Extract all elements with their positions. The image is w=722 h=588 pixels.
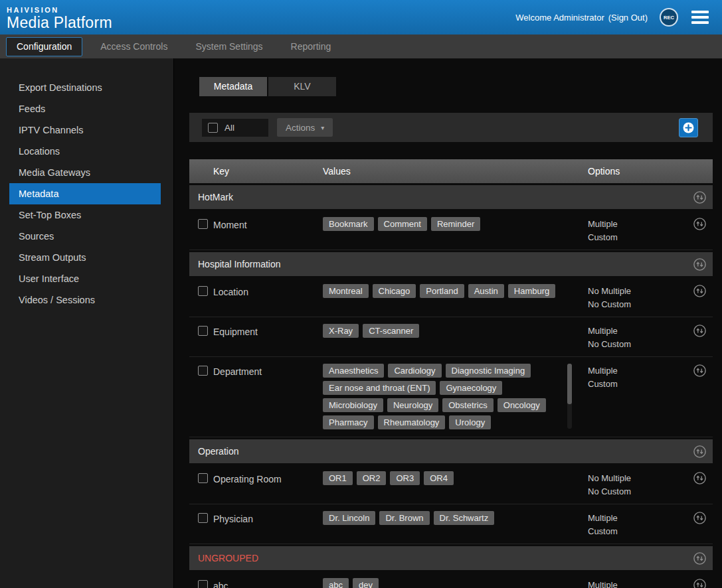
group-header-operation: Operation bbox=[189, 439, 713, 463]
row-checkbox[interactable] bbox=[198, 473, 208, 483]
nav-tabs: ConfigurationAccess ControlsSystem Setti… bbox=[0, 35, 345, 58]
value-tag: Pharmacy bbox=[323, 415, 374, 429]
sidebar-item-iptv-channels[interactable]: IPTV Channels bbox=[9, 119, 161, 141]
row-key-label: Location bbox=[213, 283, 319, 297]
add-metadata-button[interactable] bbox=[679, 118, 698, 137]
row-key-label: Operating Room bbox=[213, 470, 319, 484]
metadata-row-department[interactable]: DepartmentAnaestheticsCardiologyDiagnost… bbox=[189, 357, 713, 437]
row-options: MultipleNo Custom bbox=[579, 323, 686, 351]
sign-out-link[interactable]: (Sign Out) bbox=[608, 13, 648, 23]
sidebar: Export DestinationsFeedsIPTV ChannelsLoc… bbox=[0, 58, 174, 588]
option-label: Custom bbox=[588, 378, 686, 391]
option-label: No Custom bbox=[588, 338, 686, 351]
actions-button[interactable]: Actions ▾ bbox=[277, 118, 333, 137]
metadata-table: Key Values Options HotMarkMomentBookmark… bbox=[189, 159, 713, 588]
metadata-row-operating-room[interactable]: Operating RoomOR1OR2OR3OR4No MultipleNo … bbox=[189, 465, 713, 504]
sidebar-item-locations[interactable]: Locations bbox=[9, 141, 161, 162]
import-export-icon[interactable] bbox=[686, 551, 713, 565]
metadata-row-location[interactable]: LocationMontrealChicagoPortlandAustinHam… bbox=[189, 277, 713, 317]
tab-metadata[interactable]: Metadata bbox=[199, 77, 267, 96]
row-checkbox[interactable] bbox=[198, 580, 208, 588]
value-tag: Gynaecology bbox=[440, 381, 502, 395]
import-export-icon[interactable] bbox=[686, 470, 713, 485]
app-header: HAIVISION Media Platform Welcome Adminis… bbox=[0, 0, 722, 35]
row-checkbox[interactable] bbox=[198, 326, 208, 336]
value-tag: Chicago bbox=[373, 284, 416, 298]
import-export-icon[interactable] bbox=[686, 362, 713, 378]
value-tag: Hamburg bbox=[508, 284, 555, 298]
import-export-icon[interactable] bbox=[686, 190, 713, 204]
sidebar-item-metadata[interactable]: Metadata bbox=[9, 183, 161, 204]
row-key-label: abc bbox=[213, 577, 319, 588]
value-tag: Cardiology bbox=[388, 364, 441, 378]
row-checkbox[interactable] bbox=[198, 286, 208, 296]
sidebar-item-videos-sessions[interactable]: Videos / Sessions bbox=[9, 289, 161, 311]
import-export-icon[interactable] bbox=[686, 510, 713, 525]
value-tag: Reminder bbox=[431, 217, 480, 231]
import-export-icon[interactable] bbox=[686, 323, 713, 338]
nav-tab-configuration[interactable]: Configuration bbox=[6, 37, 82, 56]
value-tag: X-Ray bbox=[323, 324, 359, 338]
option-label: Custom bbox=[588, 525, 686, 538]
value-tag: OR4 bbox=[424, 471, 454, 485]
rec-indicator[interactable]: REC bbox=[660, 8, 678, 27]
caret-down-icon: ▾ bbox=[321, 124, 324, 131]
metadata-row-moment[interactable]: MomentBookmarkCommentReminderMultipleCus… bbox=[189, 210, 713, 250]
import-export-icon[interactable] bbox=[686, 216, 713, 231]
import-export-icon[interactable] bbox=[686, 257, 713, 271]
sidebar-item-sources[interactable]: Sources bbox=[9, 226, 161, 247]
row-values: X-RayCT-scanner bbox=[319, 323, 579, 340]
metadata-row-abc[interactable]: abcabcdevMultipleNo Custom bbox=[189, 571, 713, 588]
group-title: UNGROUPED bbox=[189, 553, 686, 563]
row-values: OR1OR2OR3OR4 bbox=[319, 470, 579, 487]
hamburger-menu-icon[interactable] bbox=[690, 8, 710, 27]
value-tag: Dr. Schwartz bbox=[434, 511, 495, 525]
nav-tab-reporting[interactable]: Reporting bbox=[277, 35, 345, 58]
group-header-ungrouped: UNGROUPED bbox=[189, 546, 713, 570]
row-key-label: Physician bbox=[213, 510, 319, 524]
group-title: Operation bbox=[189, 446, 686, 457]
row-options: MultipleNo Custom bbox=[579, 577, 686, 588]
sidebar-item-export-destinations[interactable]: Export Destinations bbox=[9, 77, 161, 98]
sidebar-item-feeds[interactable]: Feeds bbox=[9, 98, 161, 119]
value-tag: Neurology bbox=[387, 398, 438, 412]
value-tag: Comment bbox=[378, 217, 427, 231]
import-export-icon[interactable] bbox=[686, 283, 713, 298]
metadata-row-equipment[interactable]: EquipmentX-RayCT-scannerMultipleNo Custo… bbox=[189, 317, 713, 357]
row-values: BookmarkCommentReminder bbox=[319, 216, 579, 233]
row-checkbox[interactable] bbox=[198, 366, 208, 376]
nav-tab-system-settings[interactable]: System Settings bbox=[181, 35, 276, 58]
option-label: No Multiple bbox=[588, 472, 686, 485]
sidebar-item-media-gateways[interactable]: Media Gateways bbox=[9, 162, 161, 183]
row-checkbox[interactable] bbox=[198, 219, 208, 229]
row-values: abcdev bbox=[319, 577, 579, 588]
main-content: MetadataKLV All Actions ▾ Key bbox=[174, 58, 722, 588]
value-tag: Diagnostic Imaging bbox=[446, 364, 531, 378]
row-checkbox[interactable] bbox=[198, 513, 208, 523]
metadata-row-physician[interactable]: PhysicianDr. LincolnDr. BrownDr. Schwart… bbox=[189, 504, 713, 544]
actions-label: Actions bbox=[286, 123, 315, 133]
scrollbar-thumb[interactable] bbox=[567, 364, 572, 404]
import-export-icon[interactable] bbox=[686, 445, 713, 459]
nav-tab-access-controls[interactable]: Access Controls bbox=[86, 35, 181, 58]
group-title: Hospital Information bbox=[189, 259, 686, 269]
select-all-checkbox[interactable] bbox=[208, 123, 218, 133]
product-name: Media Platform bbox=[7, 15, 112, 31]
sidebar-item-user-interface[interactable]: User Interface bbox=[9, 268, 161, 289]
sidebar-item-set-top-boxes[interactable]: Set-Top Boxes bbox=[9, 204, 161, 226]
value-tag: Austin bbox=[468, 284, 504, 298]
values-scrollbar[interactable] bbox=[567, 364, 572, 429]
value-tag: abc bbox=[323, 578, 349, 588]
value-tag: Dr. Brown bbox=[379, 511, 429, 525]
value-tag: Rheumatology bbox=[378, 415, 446, 429]
import-export-icon[interactable] bbox=[686, 577, 713, 588]
option-label: No Custom bbox=[588, 485, 686, 498]
sidebar-item-stream-outputs[interactable]: Stream Outputs bbox=[9, 247, 161, 268]
value-tag: Urology bbox=[449, 415, 491, 429]
tab-klv[interactable]: KLV bbox=[268, 77, 336, 96]
value-tag: Obstetrics bbox=[442, 398, 494, 412]
option-label: Multiple bbox=[588, 364, 686, 378]
value-tag: OR3 bbox=[390, 471, 420, 485]
select-all-box[interactable]: All bbox=[202, 119, 268, 137]
value-tag: Montreal bbox=[323, 284, 369, 298]
